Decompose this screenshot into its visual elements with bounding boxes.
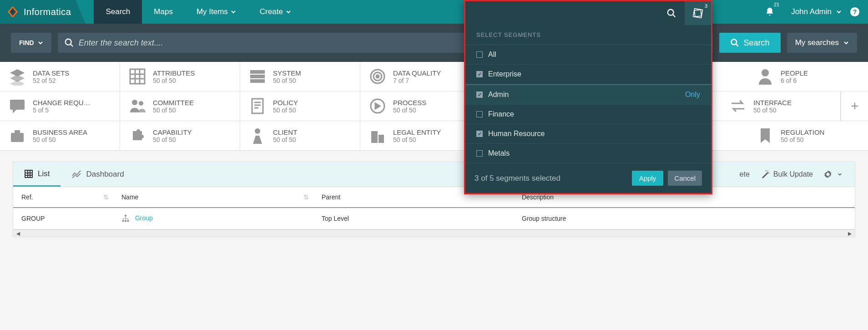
my-searches-button[interactable]: My searches: [787, 33, 857, 53]
svg-point-6: [65, 39, 71, 45]
bulk-update-button[interactable]: Bulk Update: [761, 170, 813, 179]
svg-point-27: [132, 100, 137, 105]
segments-popover: 3 SELECT SEGMENTS All Enterprise Admin O…: [464, 0, 712, 194]
segment-enterprise[interactable]: Enterprise: [465, 65, 711, 84]
brand-area[interactable]: Informatica: [0, 0, 76, 24]
bell-icon: [765, 7, 775, 17]
svg-point-53: [668, 10, 674, 15]
nav-notifications-btn[interactable]: 21: [757, 0, 783, 24]
tab-list[interactable]: List: [13, 162, 61, 187]
find-dropdown[interactable]: FIND: [11, 33, 51, 53]
facet-system[interactable]: SYSTEM50 of 50: [240, 62, 360, 91]
svg-rect-40: [378, 135, 384, 143]
svg-rect-51: [125, 220, 126, 222]
segment-admin[interactable]: Admin Only: [465, 85, 711, 105]
checkbox-icon: [476, 111, 483, 117]
nav-my-items[interactable]: My Items: [185, 0, 248, 24]
segments-icon: [692, 8, 703, 19]
facet-grid: DATA SETS52 of 52 ATTRIBUTES50 of 50 SYS…: [0, 62, 868, 151]
user-menu[interactable]: John Admin: [783, 7, 850, 16]
nav-maps[interactable]: Maps: [142, 0, 185, 24]
svg-text:?: ?: [853, 8, 857, 15]
svg-point-38: [255, 128, 260, 134]
facet-policy[interactable]: POLICY50 of 50: [240, 91, 360, 121]
svg-rect-13: [130, 69, 145, 84]
only-link[interactable]: Only: [685, 91, 700, 99]
briefcase-icon: [8, 127, 26, 145]
segment-finance[interactable]: Finance: [465, 105, 711, 124]
svg-rect-50: [122, 220, 124, 222]
hierarchy-icon: [121, 214, 130, 223]
grid-icon: [128, 67, 146, 86]
popover-status: 3 of 5 segments selected: [474, 174, 560, 183]
add-facet-button[interactable]: [841, 91, 868, 121]
svg-point-46: [767, 171, 768, 172]
search-bar: FIND Search My searches: [0, 24, 868, 62]
facet-client[interactable]: CLIENT50 of 50: [240, 121, 360, 150]
scroll-left-icon: ◄: [15, 230, 21, 237]
facet-committee[interactable]: COMMITTEE50 of 50: [120, 91, 240, 121]
facet-business-area[interactable]: BUSINESS AREA50 of 50: [0, 121, 120, 150]
puzzle-icon: [128, 127, 146, 145]
help-button[interactable]: ?: [850, 6, 868, 17]
facet-capability[interactable]: CAPABILITY50 of 50: [120, 121, 240, 150]
col-ref[interactable]: Ref.⇅: [13, 187, 113, 208]
chevron-down-icon: [843, 40, 849, 46]
svg-rect-18: [250, 70, 265, 74]
tab-dashboard[interactable]: Dashboard: [61, 162, 135, 187]
segment-all[interactable]: All: [465, 45, 711, 65]
search-button[interactable]: Search: [719, 33, 781, 53]
facet-interface[interactable]: INTERFACE50 of 50: [721, 91, 841, 121]
tab-bar: List Dashboard ete Bulk Update: [13, 162, 855, 187]
top-nav: Informatica Search Maps My Items Create …: [0, 0, 868, 24]
col-name[interactable]: Name⇅: [113, 187, 313, 208]
segment-human-resource[interactable]: Human Resource: [465, 124, 711, 144]
svg-rect-36: [11, 133, 24, 142]
person-icon: [756, 67, 774, 86]
nav-search[interactable]: Search: [94, 0, 142, 24]
apply-button[interactable]: Apply: [632, 171, 664, 186]
gear-icon: [824, 170, 832, 178]
results-grid: Ref.⇅ Name⇅ Parent Description GROUP Gro…: [13, 187, 855, 237]
logo-icon: [6, 5, 19, 18]
chevron-down-icon: [286, 9, 291, 15]
help-icon: ?: [850, 6, 860, 17]
svg-rect-56: [694, 10, 701, 16]
svg-rect-41: [25, 170, 32, 178]
facet-regulation[interactable]: REGULATION50 of 50: [748, 121, 868, 150]
svg-rect-39: [371, 131, 378, 143]
popover-segments-btn[interactable]: 3: [685, 1, 711, 25]
bookmark-icon: [756, 127, 774, 145]
table-row[interactable]: GROUP Group Top Level Group structure: [13, 208, 855, 229]
cell-name[interactable]: Group: [113, 208, 313, 229]
svg-point-48: [766, 170, 767, 171]
scroll-right-icon: ►: [847, 230, 853, 237]
horizontal-scrollbar[interactable]: ◄ ►: [13, 229, 855, 237]
facet-people[interactable]: PEOPLE6 of 6: [748, 62, 868, 91]
svg-rect-19: [250, 75, 265, 78]
segment-metals[interactable]: Metals: [465, 144, 711, 163]
facet-change-request[interactable]: CHANGE REQU…5 of 5: [0, 91, 120, 121]
settings-button[interactable]: [824, 170, 846, 178]
user-tie-icon: [248, 127, 267, 145]
facet-data-sets[interactable]: DATA SETS52 of 52: [0, 62, 120, 91]
building-icon: [368, 127, 387, 145]
delete-button[interactable]: ete: [740, 170, 750, 178]
facet-process[interactable]: PROCESS50 of 50: [360, 91, 480, 121]
swap-icon: [729, 97, 747, 115]
nav-items: Search Maps My Items Create: [94, 0, 303, 24]
server-icon: [248, 67, 267, 86]
facet-data-quality[interactable]: DATA QUALITY7 of 7: [360, 62, 480, 91]
svg-rect-25: [10, 100, 25, 110]
chart-icon: [71, 169, 81, 179]
svg-rect-20: [250, 79, 265, 83]
nav-create[interactable]: Create: [248, 0, 303, 24]
cancel-button[interactable]: Cancel: [668, 171, 702, 186]
layers-icon: [8, 67, 26, 86]
people-icon: [128, 97, 146, 115]
facet-attributes[interactable]: ATTRIBUTES50 of 50: [120, 62, 240, 91]
search-icon: [730, 38, 739, 47]
checkbox-icon: [476, 51, 483, 58]
facet-legal-entity[interactable]: LEGAL ENTITY50 of 50: [360, 121, 480, 150]
popover-search-btn[interactable]: [658, 1, 685, 25]
